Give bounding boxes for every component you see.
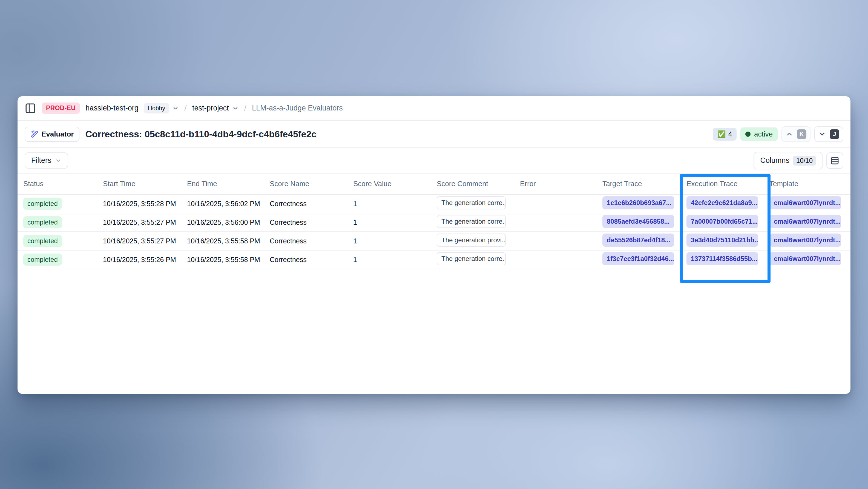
evaluator-header: Evaluator Correctness: 05c8c11d-b110-4db… — [18, 121, 850, 148]
start-time-cell: 10/16/2025, 3:55:26 PM — [103, 256, 187, 264]
breadcrumb-plan-dropdown[interactable]: Hobby — [144, 103, 179, 113]
table-row[interactable]: completed 10/16/2025, 3:55:27 PM 10/16/2… — [18, 213, 850, 232]
row-height-button[interactable] — [826, 152, 843, 169]
table-row[interactable]: completed 10/16/2025, 3:55:27 PM 10/16/2… — [18, 232, 850, 251]
score-value-cell: 1 — [353, 256, 437, 264]
execution-trace-link[interactable]: 7a00007b00fd65c71... — [686, 215, 758, 228]
filters-button[interactable]: Filters — [25, 152, 68, 169]
start-time-cell: 10/16/2025, 3:55:27 PM — [103, 237, 187, 245]
app-window: PROD-EU hassieb-test-org Hobby / test-pr… — [18, 96, 850, 394]
chevron-down-icon — [55, 157, 62, 164]
breadcrumb-project-dropdown[interactable]: test-project — [192, 104, 239, 112]
execution-trace-link[interactable]: 3e3d40d75110d21bb... — [686, 233, 758, 247]
column-header-template[interactable]: Template — [769, 179, 850, 188]
status-badge: completed — [23, 235, 62, 247]
shortcut-key-k: K — [797, 130, 806, 139]
breadcrumb-separator: / — [184, 103, 187, 113]
end-time-cell: 10/16/2025, 3:56:02 PM — [187, 200, 270, 208]
chevron-up-icon — [785, 130, 793, 138]
column-header-score-comment[interactable]: Score Comment — [437, 179, 520, 188]
rows-icon — [831, 156, 839, 165]
score-comment-cell[interactable]: The generation corre... — [437, 215, 506, 228]
score-value-cell: 1 — [353, 219, 437, 226]
column-header-end-time[interactable]: End Time — [187, 179, 270, 188]
check-box-icon: ✅ — [717, 130, 725, 138]
status-badge-label: active — [754, 130, 773, 138]
chevron-down-icon — [232, 105, 239, 112]
next-item-button[interactable]: J — [814, 126, 843, 142]
active-dot-icon — [745, 132, 750, 137]
filters-button-label: Filters — [31, 156, 52, 165]
breadcrumb-separator: / — [244, 103, 247, 113]
column-header-error[interactable]: Error — [520, 179, 602, 188]
target-trace-link[interactable]: de55526b87ed4f18... — [602, 233, 674, 247]
wand-sparkles-icon — [30, 130, 38, 138]
column-header-score-name[interactable]: Score Name — [270, 179, 353, 188]
panel-left-icon — [25, 103, 36, 114]
evaluator-type-label: Evaluator — [41, 130, 74, 138]
status-badge: completed — [23, 198, 62, 210]
previous-item-button[interactable]: K — [781, 126, 810, 142]
evaluator-type-badge: Evaluator — [25, 127, 80, 142]
score-name-cell: Correctness — [270, 219, 353, 226]
target-trace-link[interactable]: 1f3c7ee3f1a0f32d46... — [602, 252, 674, 265]
desktop-background: PROD-EU hassieb-test-org Hobby / test-pr… — [0, 0, 868, 489]
score-value-cell: 1 — [353, 200, 437, 208]
breadcrumb-page-title: LLM-as-a-Judge Evaluators — [252, 104, 343, 112]
table-header-row: Status Start Time End Time Score Name Sc… — [18, 173, 850, 195]
end-time-cell: 10/16/2025, 3:55:58 PM — [187, 256, 270, 264]
start-time-cell: 10/16/2025, 3:55:28 PM — [103, 200, 187, 208]
columns-button[interactable]: Columns 10/10 — [753, 152, 823, 169]
breadcrumb: PROD-EU hassieb-test-org Hobby / test-pr… — [18, 96, 850, 121]
score-name-cell: Correctness — [270, 237, 353, 245]
table-row[interactable]: completed 10/16/2025, 3:55:26 PM 10/16/2… — [18, 251, 850, 269]
template-link[interactable]: cmal6wart007lynrdt... — [769, 233, 841, 247]
score-name-cell: Correctness — [270, 256, 353, 264]
score-comment-cell[interactable]: The generation provi... — [437, 233, 506, 247]
columns-button-label: Columns — [760, 156, 789, 165]
start-time-cell: 10/16/2025, 3:55:27 PM — [103, 219, 187, 226]
column-header-execution-trace[interactable]: Execution Trace — [686, 179, 769, 188]
shortcut-key-j: J — [830, 130, 839, 139]
end-time-cell: 10/16/2025, 3:55:58 PM — [187, 237, 270, 245]
execution-trace-link[interactable]: 13737114f3586d55b... — [686, 252, 758, 265]
score-comment-cell[interactable]: The generation corre... — [437, 252, 506, 265]
page-title: Correctness: 05c8c11d-b110-4db4-9dcf-c4b… — [86, 129, 316, 140]
breadcrumb-org[interactable]: hassieb-test-org — [86, 104, 138, 112]
column-header-start-time[interactable]: Start Time — [103, 179, 187, 188]
breadcrumb-project: test-project — [192, 104, 229, 112]
column-header-target-trace[interactable]: Target Trace — [602, 179, 686, 188]
run-count-badge[interactable]: ✅ 4 — [713, 128, 737, 141]
execution-trace-link[interactable]: 42cfe2e9c621da8a9... — [686, 196, 758, 209]
score-value-cell: 1 — [353, 237, 437, 245]
target-trace-link[interactable]: 1c1e6b260b693a67... — [602, 196, 674, 209]
table-row[interactable]: completed 10/16/2025, 3:55:28 PM 10/16/2… — [18, 195, 850, 213]
template-link[interactable]: cmal6wart007lynrdt... — [769, 215, 841, 228]
target-trace-link[interactable]: 8085aefd3e456858... — [602, 215, 674, 228]
plan-badge: Hobby — [144, 103, 169, 113]
chevron-down-icon — [172, 105, 179, 112]
score-name-cell: Correctness — [270, 200, 353, 208]
run-count-value: 4 — [728, 130, 732, 138]
chevron-down-icon — [818, 130, 826, 138]
evaluator-runs-table: Status Start Time End Time Score Name Sc… — [18, 173, 850, 269]
column-header-score-value[interactable]: Score Value — [353, 179, 437, 188]
template-link[interactable]: cmal6wart007lynrdt... — [769, 252, 841, 265]
score-comment-cell[interactable]: The generation corre... — [437, 196, 506, 209]
environment-badge: PROD-EU — [42, 103, 80, 114]
sidebar-toggle-button[interactable] — [25, 103, 36, 114]
template-link[interactable]: cmal6wart007lynrdt... — [769, 196, 841, 209]
end-time-cell: 10/16/2025, 3:56:00 PM — [187, 219, 270, 226]
table-toolbar: Filters Columns 10/10 — [18, 148, 850, 173]
status-badge[interactable]: active — [740, 127, 778, 141]
status-badge: completed — [23, 254, 62, 266]
column-header-status[interactable]: Status — [23, 179, 103, 188]
status-badge: completed — [23, 216, 62, 228]
columns-count-badge: 10/10 — [793, 156, 816, 166]
